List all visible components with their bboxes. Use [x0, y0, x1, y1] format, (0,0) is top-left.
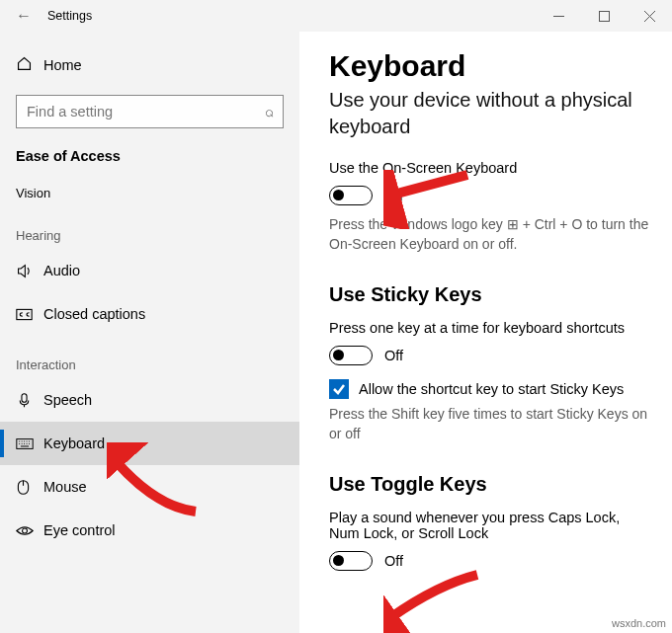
sidebar-item-label: Closed captions	[43, 306, 145, 322]
svg-point-5	[23, 528, 28, 533]
sidebar: Home ⌕ Ease of Access Vision Hearing Aud…	[0, 32, 299, 633]
sidebar-item-label: Keyboard	[43, 435, 105, 451]
window-title: Settings	[47, 9, 92, 23]
close-button[interactable]	[627, 0, 672, 32]
home-icon	[16, 55, 43, 75]
sticky-shortcut-checkbox[interactable]	[329, 379, 349, 399]
group-interaction: Interaction	[0, 336, 299, 378]
annotation-arrow-togglekeys	[383, 570, 482, 633]
maximize-button[interactable]	[581, 0, 627, 32]
sidebar-item-speech[interactable]: Speech	[0, 378, 299, 422]
sticky-hint: Press the Shift key five times to start …	[329, 405, 660, 443]
keyboard-icon	[16, 437, 43, 450]
osk-label: Use the On-Screen Keyboard	[329, 160, 660, 176]
page-title: Keyboard	[329, 49, 660, 83]
sticky-shortcut-label: Allow the shortcut key to start Sticky K…	[359, 381, 624, 397]
svg-rect-1	[17, 309, 32, 319]
sticky-toggle-state: Off	[384, 348, 403, 363]
osk-toggle-state: Off	[384, 188, 403, 203]
togglekeys-header: Use Toggle Keys	[329, 473, 660, 496]
eye-icon	[16, 524, 43, 537]
sidebar-item-keyboard[interactable]: Keyboard	[0, 422, 299, 465]
group-vision-partial: Vision	[0, 178, 299, 206]
sidebar-item-mouse[interactable]: Mouse	[0, 465, 299, 509]
sticky-header: Use Sticky Keys	[329, 283, 660, 306]
speech-icon	[16, 392, 43, 409]
svg-rect-2	[22, 393, 27, 402]
audio-icon	[16, 263, 43, 279]
sidebar-item-audio[interactable]: Audio	[0, 249, 299, 292]
home-link[interactable]: Home	[0, 45, 299, 85]
sidebar-item-label: Mouse	[43, 479, 87, 495]
osk-hint: Press the Windows logo key ⊞ + Ctrl + O …	[329, 215, 660, 254]
group-hearing: Hearing	[0, 206, 299, 249]
sidebar-item-label: Eye control	[43, 522, 116, 538]
sidebar-item-label: Speech	[43, 392, 92, 408]
windows-logo-icon: ⊞	[507, 216, 519, 232]
osk-toggle[interactable]	[329, 186, 373, 205]
togglekeys-toggle[interactable]	[329, 551, 373, 571]
watermark: wsxdn.com	[612, 617, 666, 629]
title-bar: ← Settings	[0, 0, 672, 32]
search-icon: ⌕	[265, 103, 274, 119]
home-label: Home	[43, 57, 82, 73]
search-wrap: ⌕	[16, 95, 284, 128]
window-controls	[536, 0, 672, 32]
sticky-toggle[interactable]	[329, 346, 373, 365]
togglekeys-label: Play a sound whenever you press Caps Loc…	[329, 510, 645, 541]
page-subtitle: Use your device without a physical keybo…	[329, 87, 660, 140]
sidebar-item-eye-control[interactable]: Eye control	[0, 509, 299, 552]
back-button[interactable]: ←	[0, 7, 47, 25]
minimize-button[interactable]	[536, 0, 581, 32]
mouse-icon	[16, 479, 43, 496]
closed-captions-icon	[16, 308, 43, 321]
sidebar-item-label: Audio	[43, 263, 80, 278]
svg-rect-0	[599, 11, 609, 21]
section-header: Ease of Access	[0, 128, 299, 178]
sidebar-item-closed-captions[interactable]: Closed captions	[0, 292, 299, 336]
sticky-label: Press one key at a time for keyboard sho…	[329, 320, 660, 336]
main-content: Keyboard Use your device without a physi…	[299, 32, 672, 633]
togglekeys-toggle-state: Off	[384, 553, 403, 569]
search-input[interactable]	[16, 95, 284, 128]
